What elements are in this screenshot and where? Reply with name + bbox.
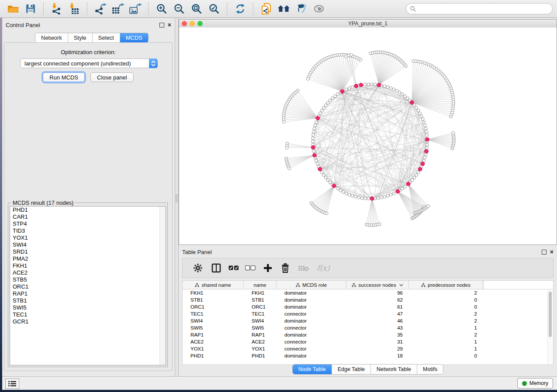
column-header-MCDS-role[interactable]: MCDS role: [277, 281, 346, 289]
network-node[interactable]: [282, 120, 285, 124]
tab-network-table[interactable]: Network Table: [371, 364, 417, 374]
refresh-button[interactable]: [233, 2, 248, 16]
network-node[interactable]: [389, 193, 392, 196]
mcds-node[interactable]: [354, 84, 358, 88]
network-node[interactable]: [420, 115, 423, 118]
network-node[interactable]: [336, 93, 339, 96]
zoom-selected-button[interactable]: [207, 2, 221, 16]
network-node[interactable]: [367, 197, 370, 200]
zoom-in-button[interactable]: [154, 2, 169, 16]
network-node[interactable]: [342, 191, 345, 194]
close-panel-icon[interactable]: ×: [168, 23, 171, 27]
mcds-result-item[interactable]: STB5: [10, 276, 166, 283]
show-column-button[interactable]: [210, 261, 223, 275]
network-node[interactable]: [392, 88, 395, 91]
network-node[interactable]: [426, 134, 429, 137]
network-canvas[interactable]: [179, 28, 557, 244]
search-input[interactable]: [418, 5, 549, 12]
tab-select[interactable]: Select: [93, 33, 120, 42]
network-node[interactable]: [389, 87, 392, 90]
mcds-result-item[interactable]: FKH1: [10, 262, 166, 269]
network-node[interactable]: [360, 196, 363, 199]
mcds-result-item[interactable]: YOX1: [10, 234, 166, 241]
network-node[interactable]: [325, 212, 328, 215]
table-row[interactable]: YOX1YOX1connector291: [183, 345, 553, 352]
network-node[interactable]: [345, 88, 348, 91]
network-node[interactable]: [398, 91, 401, 94]
mcds-node[interactable]: [421, 162, 425, 166]
export-table-button[interactable]: [111, 2, 125, 16]
import-table-button[interactable]: [67, 2, 82, 16]
network-node[interactable]: [367, 83, 370, 86]
mcds-node[interactable]: [318, 167, 322, 171]
network-node[interactable]: [386, 86, 389, 89]
network-node[interactable]: [288, 167, 291, 170]
network-node[interactable]: [413, 176, 416, 179]
close-panel-icon[interactable]: ×: [550, 250, 554, 254]
mcds-node[interactable]: [311, 145, 315, 149]
network-node[interactable]: [312, 150, 315, 153]
mcds-list-scrollbar[interactable]: [159, 206, 166, 365]
network-node[interactable]: [331, 97, 334, 100]
network-node[interactable]: [312, 134, 315, 137]
mcds-result-item[interactable]: ACE2: [10, 269, 166, 276]
tab-edge-table[interactable]: Edge Table: [332, 364, 371, 374]
network-node[interactable]: [314, 124, 317, 127]
network-node[interactable]: [329, 99, 332, 102]
network-node[interactable]: [336, 187, 339, 190]
mcds-node[interactable]: [396, 189, 400, 193]
network-node[interactable]: [404, 95, 407, 98]
network-node[interactable]: [404, 185, 407, 188]
table-row[interactable]: ACE2ACE2connector311: [183, 338, 553, 345]
splitter-grip[interactable]: [176, 194, 178, 202]
table-row[interactable]: ORC1ORC1dominator610: [183, 303, 553, 310]
hide-selection-button[interactable]: [294, 2, 309, 16]
network-node[interactable]: [424, 127, 427, 130]
network-node[interactable]: [351, 86, 354, 89]
table-row[interactable]: STB1STB1dominator620: [183, 296, 553, 303]
mcds-result-item[interactable]: SWI4: [10, 241, 166, 248]
tab-node-table[interactable]: Node Table: [293, 364, 332, 374]
open-session-button[interactable]: [6, 2, 21, 16]
mcds-result-item[interactable]: PMA2: [10, 255, 166, 262]
table-row[interactable]: PHD1PHD1dominator180: [183, 352, 553, 359]
mcds-result-item[interactable]: STB1: [10, 297, 166, 304]
mcds-result-item[interactable]: ORC1: [10, 283, 166, 290]
network-node[interactable]: [316, 162, 319, 165]
select-all-button[interactable]: [227, 261, 240, 275]
table-scrollbar[interactable]: [547, 290, 553, 364]
network-node[interactable]: [422, 121, 426, 124]
network-node[interactable]: [426, 143, 429, 146]
unselect-all-button[interactable]: [244, 261, 257, 275]
float-panel-icon[interactable]: [159, 23, 164, 28]
network-node[interactable]: [386, 194, 389, 197]
panel-splitter[interactable]: [175, 18, 179, 376]
network-node[interactable]: [363, 83, 367, 86]
network-node[interactable]: [339, 189, 342, 192]
mcds-result-item[interactable]: TEC1: [10, 311, 166, 318]
mcds-result-item[interactable]: RAP1: [10, 290, 166, 297]
network-node[interactable]: [383, 85, 386, 88]
mcds-node[interactable]: [316, 116, 320, 120]
mcds-result-item[interactable]: CAR1: [10, 213, 166, 220]
network-node[interactable]: [413, 104, 416, 107]
zoom-fit-button[interactable]: [189, 2, 204, 16]
network-node[interactable]: [378, 223, 381, 226]
network-node[interactable]: [363, 197, 367, 200]
network-node[interactable]: [334, 95, 337, 98]
network-node[interactable]: [345, 192, 348, 195]
tab-mcds[interactable]: MCDS: [120, 33, 148, 42]
network-node[interactable]: [377, 196, 380, 199]
network-node[interactable]: [311, 137, 315, 140]
float-panel-icon[interactable]: [542, 250, 547, 254]
network-node[interactable]: [374, 83, 377, 86]
network-node[interactable]: [350, 53, 353, 56]
network-node[interactable]: [425, 130, 428, 133]
network-node[interactable]: [401, 187, 404, 190]
network-node[interactable]: [324, 176, 327, 179]
memory-button[interactable]: Memory: [517, 378, 553, 389]
network-node[interactable]: [322, 174, 325, 177]
network-node[interactable]: [417, 109, 420, 112]
mcds-node[interactable]: [370, 197, 374, 201]
mcds-result-item[interactable]: STP4: [10, 220, 166, 227]
